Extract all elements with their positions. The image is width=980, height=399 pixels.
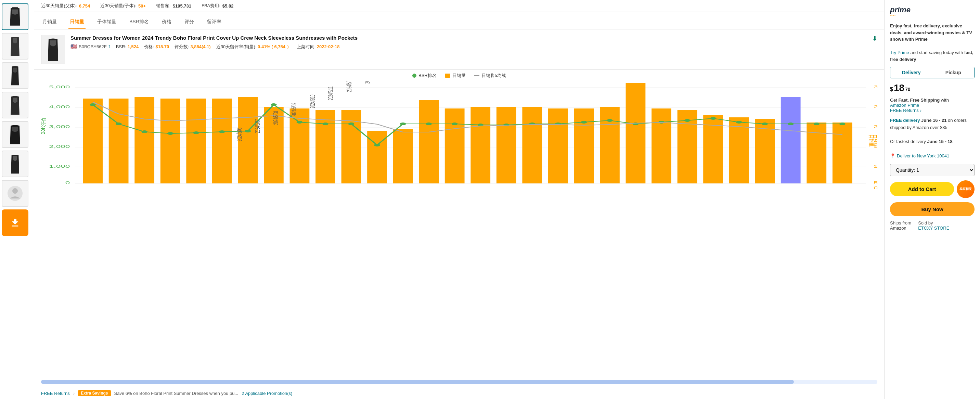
svg-text:2024/5/13: 2024/5/13 [363,81,371,84]
prime-logo: prime ~~ [890,5,910,19]
bar-9 [315,110,335,183]
bsr-dot-28 [813,122,819,125]
bsr-dot-26 [762,122,768,125]
svg-text:0: 0 [65,181,70,185]
buy-now-button[interactable]: Buy Now [890,202,975,216]
product-meta: 🇺🇸 B0BQBY662F ⤴ BSR: 1,524 价格: $18.70 评分… [70,43,867,50]
bar-1 [109,99,129,183]
bsr-dot-24 [710,117,716,120]
price-meta: 价格: $18.70 [144,44,169,50]
thumbnail-5[interactable] [2,121,29,148]
tab-nav: 月销量 日销量 子体销量 BSR排名 价格 评分 留评率 [34,12,884,29]
retention-value: 0.41% ( 6,754 ） [258,44,291,49]
legend-daily-sales: 日销量 [445,73,466,79]
bsr-dot-1 [116,122,122,125]
price-label: 价格: [144,44,154,49]
bsr-dot-11 [374,144,380,146]
bsr-legend-dot [412,73,417,78]
prime-header: prime ~~ [890,5,975,19]
bar-8 [290,108,310,183]
bsr-meta: BSR: 1,524 [116,44,139,49]
thumbnail-1[interactable] [2,3,29,30]
try-prime-link[interactable]: Try Prime [890,50,909,55]
delivery-dates: June 16 - 21 [921,118,948,123]
bsr-dot-12 [400,122,406,125]
bar-19 [574,108,594,183]
bsr-dot-9 [322,122,328,125]
tab-monthly-sales[interactable]: 月销量 [41,16,58,29]
svg-text:4,000: 4,000 [49,105,70,109]
bar-12 [393,129,413,183]
legend-bsr: BSR排名 [412,73,437,79]
revenue-value: $195,731 [173,3,191,8]
share-icon[interactable]: ⤴ [108,44,111,49]
tab-rating[interactable]: 评分 [183,16,196,29]
monthly-sales-parent-label: 近30天销量(父体): [41,3,77,9]
tab-child-sales[interactable]: 子体销量 [96,16,118,29]
thumbnail-7[interactable] [2,180,29,207]
monthly-sales-child-value: 50+ [138,3,146,8]
pickup-button[interactable]: Pickup [932,67,975,78]
svg-text:2024/5/12: 2024/5/12 [345,81,352,92]
bsr-dot-5 [219,130,225,133]
tab-review-rate[interactable]: 留评率 [206,16,223,29]
tab-daily-sales[interactable]: 日销量 [68,16,86,29]
thumbnail-2[interactable] [2,33,29,60]
svg-text:300: 300 [873,85,877,89]
bar-21 [626,83,646,183]
bsr-dot-4 [193,131,199,134]
svg-text:100: 100 [873,164,877,169]
promotions-link[interactable]: 2 Applicable Promotion(s) [242,391,292,396]
bsr-value: 1,524 [127,44,139,49]
ma5-legend-line [474,75,479,76]
list-date-label: 上架时间: [297,44,316,49]
extra-savings-badge: Extra Savings [78,390,111,396]
shipping-info: Get Fast, Free Shipping with Amazon Prim… [890,97,975,113]
delivery-button[interactable]: Delivery [890,67,933,78]
add-to-cart-button[interactable]: Add to Cart [890,182,954,196]
retention-meta: 近30天留评率(销量): 0.41% ( 6,754 ） [216,44,291,50]
legend-ma5: 日销售5均线 [474,73,506,79]
tab-price[interactable]: 价格 [161,16,173,29]
revenue-label: 销售额: [156,3,171,9]
bsr-dot-23 [684,119,690,122]
bar-14 [445,108,465,183]
svg-text:日销量: 日销量 [868,135,877,147]
svg-text:200: 200 [873,124,877,129]
quantity-select[interactable]: Quantity: 1 Quantity: 2 Quantity: 3 [890,164,975,176]
tab-bsr[interactable]: BSR排名 [128,16,150,29]
chart-legend: BSR排名 日销量 日销售5均线 [34,70,884,81]
revenue-stat: 销售额: $195,731 [156,3,191,9]
thumbnail-6[interactable] [2,151,29,177]
free-delivery-label: FREE delivery [890,118,920,123]
bsr-dot-0 [90,103,96,106]
deliver-to-link[interactable]: Deliver to New York 10041 [897,153,949,160]
svg-point-2 [12,188,18,194]
monthly-sales-parent: 近30天销量(父体): 6,754 [41,3,90,9]
product-title: Summer Dresses for Women 2024 Trendy Boh… [70,35,867,41]
bsr-dot-3 [167,132,173,135]
svg-text:0: 0 [873,186,877,190]
ships-from: Ships from Amazon [890,220,911,230]
chart-scrollbar-thumb[interactable] [41,380,794,384]
bsr-dot-29 [839,122,846,125]
thumbnail-sidebar [0,0,34,399]
amazon-prime-link[interactable]: Amazon Prime [890,103,919,108]
free-returns-buy-link[interactable]: FREE Returns › [890,108,921,113]
thumbnail-3[interactable] [2,62,29,89]
bsr-label: BSR: [116,44,126,49]
bsr-dot-19 [581,121,587,124]
bar-15 [471,107,490,183]
fastest-dates: June 15 - 18 [927,139,952,144]
thumbnail-4[interactable] [2,92,29,118]
seller-badge-text: 卖家精灵 [959,187,972,191]
sold-by-value[interactable]: ETCXY STORE [918,226,949,230]
review-value: 3,864(4.1) [190,44,210,49]
bsr-dot-13 [426,122,432,125]
download-button[interactable] [2,210,29,236]
product-download-icon[interactable]: ⬇ [872,35,877,43]
bar-5 [212,99,232,183]
chart-scrollbar[interactable] [41,380,877,384]
free-returns-link[interactable]: FREE Returns [41,391,70,396]
svg-text:250: 250 [873,105,877,109]
